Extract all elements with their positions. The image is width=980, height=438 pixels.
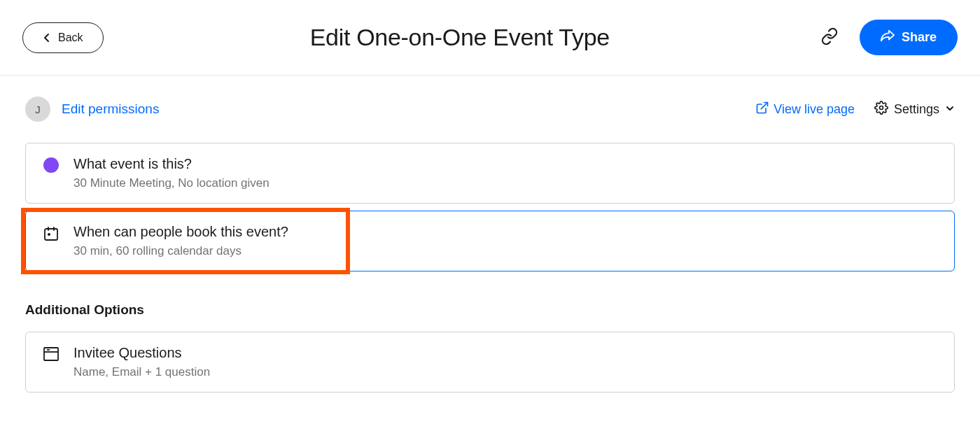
booking-availability-card[interactable]: When can people book this event? 30 min,…: [25, 211, 955, 271]
share-arrow-icon: [881, 29, 895, 45]
event-color-dot: [41, 156, 61, 173]
chevron-left-icon: [43, 33, 51, 43]
svg-point-0: [879, 106, 883, 109]
settings-label: Settings: [894, 102, 939, 117]
link-icon: [820, 27, 839, 48]
page-content: J Edit permissions View live page Settin…: [0, 76, 980, 393]
chevron-down-icon: [945, 102, 955, 117]
card-title: What event is this?: [74, 156, 939, 172]
card-body: Invitee Questions Name, Email + 1 questi…: [74, 345, 939, 379]
card-body: What event is this? 30 Minute Meeting, N…: [74, 156, 939, 190]
form-icon: [41, 345, 61, 362]
avatar: J: [25, 97, 50, 122]
share-label: Share: [902, 30, 937, 45]
svg-rect-3: [44, 348, 58, 360]
avatar-initial: J: [35, 104, 41, 115]
card-subtitle: Name, Email + 1 question: [74, 365, 939, 379]
edit-permissions-link[interactable]: Edit permissions: [62, 101, 159, 117]
back-label: Back: [58, 31, 83, 44]
page-header: Back Edit One-on-One Event Type Share: [0, 0, 980, 76]
card-subtitle: 30 Minute Meeting, No location given: [74, 176, 939, 190]
copy-link-button[interactable]: [816, 23, 843, 52]
card-title: Invitee Questions: [74, 345, 939, 361]
settings-dropdown[interactable]: Settings: [874, 101, 955, 118]
back-button[interactable]: Back: [22, 22, 104, 53]
calendar-icon: [41, 224, 61, 242]
share-button[interactable]: Share: [860, 20, 958, 55]
svg-point-2: [48, 233, 50, 236]
external-link-icon: [755, 101, 769, 118]
page-title: Edit One-on-One Event Type: [104, 24, 816, 51]
permissions-row: J Edit permissions View live page Settin…: [25, 97, 955, 122]
permissions-actions: View live page Settings: [755, 101, 955, 118]
card-body: When can people book this event? 30 min,…: [74, 224, 939, 258]
view-live-label: View live page: [774, 102, 855, 117]
highlighted-section: When can people book this event? 30 min,…: [25, 211, 955, 271]
invitee-questions-card[interactable]: Invitee Questions Name, Email + 1 questi…: [25, 332, 955, 393]
header-actions: Share: [816, 20, 958, 55]
card-title: When can people book this event?: [74, 224, 939, 240]
event-details-card[interactable]: What event is this? 30 Minute Meeting, N…: [25, 143, 955, 204]
gear-icon: [874, 101, 888, 118]
additional-options-heading: Additional Options: [25, 302, 955, 318]
card-subtitle: 30 min, 60 rolling calendar days: [74, 244, 939, 258]
svg-rect-1: [45, 229, 57, 240]
view-live-page-link[interactable]: View live page: [755, 101, 855, 118]
